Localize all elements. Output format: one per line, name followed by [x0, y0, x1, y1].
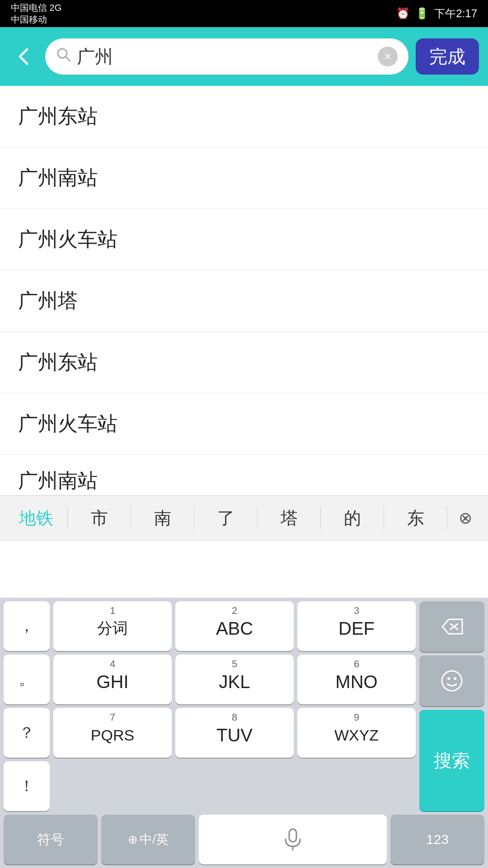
key-label-mno: MNO	[335, 672, 377, 692]
key-4-ghi[interactable]: 4 GHI	[53, 655, 172, 704]
key-period[interactable]: 。	[4, 655, 50, 704]
result-item[interactable]: 广州塔	[0, 270, 488, 332]
key-label-def: DEF	[338, 618, 375, 639]
results-list: 广州东站 广州南站 广州火车站 广州塔 广州东站 广州火车站 广州南站	[0, 86, 488, 495]
keyboard-row-1: 1 分词 2 ABC 3 DEF	[53, 601, 416, 651]
key-num-6: 6	[354, 658, 359, 670]
key-num-2: 2	[232, 605, 237, 617]
result-item[interactable]: 广州东站	[0, 86, 488, 147]
result-item[interactable]: 广州火车站	[0, 393, 488, 455]
search-icon	[56, 47, 71, 66]
svg-line-1	[66, 57, 70, 61]
carrier2: 中国移动	[11, 14, 61, 25]
key-backspace[interactable]	[419, 601, 484, 652]
suggest-item-4[interactable]: 塔	[258, 507, 320, 530]
key-zhong-en[interactable]: ⊕中/英	[101, 815, 195, 864]
key-search[interactable]: 搜索	[419, 710, 484, 811]
globe-icon: ⊕	[128, 833, 138, 847]
result-item[interactable]: 广州南站	[0, 147, 488, 209]
done-label: 完成	[429, 44, 465, 69]
carrier1: 中国电信 2G	[11, 2, 61, 14]
keyboard-center: 1 分词 2 ABC 3 DEF 4 GHI 5	[50, 598, 419, 815]
battery-icon: 🔋	[415, 7, 429, 20]
suggest-item-2[interactable]: 南	[131, 507, 194, 530]
search-box: ×	[45, 38, 408, 75]
key-num-1: 1	[110, 605, 115, 617]
svg-rect-7	[289, 829, 296, 842]
keyboard-row-2: 4 GHI 5 JKL 6 MNO	[53, 655, 416, 704]
suggest-item-3[interactable]: 了	[194, 507, 257, 530]
key-emoji[interactable]	[419, 656, 484, 706]
result-item-partial[interactable]: 广州南站	[0, 455, 488, 495]
key-num-3: 3	[354, 605, 359, 617]
key-label-tuv: TUV	[216, 725, 253, 745]
search-input[interactable]	[77, 47, 372, 67]
key-6-mno[interactable]: 6 MNO	[297, 655, 416, 704]
key-label-pqrs: PQRS	[91, 726, 134, 744]
header-bar: × 完成	[0, 27, 488, 86]
time-display: 下午2:17	[434, 6, 477, 21]
key-exclaim[interactable]: ！	[4, 761, 50, 811]
key-question[interactable]: ？	[4, 708, 50, 758]
result-item[interactable]: 广州火车站	[0, 209, 488, 270]
status-icons: ⏰ 🔋 下午2:17	[396, 6, 477, 21]
svg-point-5	[447, 677, 450, 680]
suggest-close-button[interactable]: ⊗	[447, 509, 483, 528]
back-button[interactable]	[9, 42, 38, 71]
key-fuhao[interactable]: 符号	[4, 815, 98, 864]
key-label-jkl: JKL	[219, 672, 250, 692]
carrier-info: 中国电信 2G 中国移动	[11, 2, 61, 25]
key-3-def[interactable]: 3 DEF	[297, 601, 416, 651]
keyboard-right-actions: 搜索	[419, 598, 488, 815]
keyboard: ， 。 ？ ！ 1 分词 2 ABC 3 DEF	[0, 598, 488, 868]
key-123[interactable]: 123	[390, 815, 484, 864]
key-num-4: 4	[110, 658, 115, 670]
key-8-tuv[interactable]: 8 TUV	[175, 708, 294, 758]
search-key-label: 搜索	[434, 748, 470, 773]
key-num-8: 8	[232, 712, 237, 723]
suggest-item-6[interactable]: 东	[384, 507, 447, 530]
clear-button[interactable]: ×	[378, 47, 398, 66]
key-comma[interactable]: ，	[4, 601, 50, 651]
alarm-icon: ⏰	[396, 7, 410, 20]
key-label-fenCI: 分词	[97, 618, 128, 639]
suggest-item-5[interactable]: 的	[321, 507, 384, 530]
key-9-wxyz[interactable]: 9 WXYZ	[297, 708, 416, 758]
key-5-jkl[interactable]: 5 JKL	[175, 655, 294, 704]
key-space-mic[interactable]	[199, 815, 387, 864]
svg-point-6	[454, 677, 456, 680]
status-bar: 中国电信 2G 中国移动 ⏰ 🔋 下午2:17	[0, 0, 488, 27]
suggest-item-0[interactable]: 地铁	[5, 507, 67, 530]
keyboard-bottom-row: 符号 ⊕中/英 123	[0, 815, 488, 868]
result-item[interactable]: 广州东站	[0, 332, 488, 393]
key-label-ghi: GHI	[96, 672, 128, 692]
keyboard-left-symbols: ， 。 ？ ！	[0, 598, 50, 815]
suggest-item-1[interactable]: 市	[68, 507, 131, 530]
key-num-5: 5	[232, 658, 237, 670]
key-num-7: 7	[110, 712, 115, 723]
key-label-abc: ABC	[216, 618, 253, 639]
key-label-wxyz: WXYZ	[334, 726, 379, 744]
clear-icon: ×	[384, 49, 391, 64]
done-button[interactable]: 完成	[416, 38, 479, 75]
svg-point-4	[442, 671, 462, 691]
keyboard-row-3: 7 PQRS 8 TUV 9 WXYZ	[53, 708, 416, 758]
key-2-abc[interactable]: 2 ABC	[175, 601, 294, 651]
keyboard-main: ， 。 ？ ！ 1 分词 2 ABC 3 DEF	[0, 598, 488, 815]
key-num-9: 9	[354, 712, 359, 723]
key-7-pqrs[interactable]: 7 PQRS	[53, 708, 172, 758]
key-1-fenCI[interactable]: 1 分词	[53, 601, 172, 651]
suggestion-row: 地铁 市 南 了 塔 的 东 ⊗	[0, 495, 488, 541]
